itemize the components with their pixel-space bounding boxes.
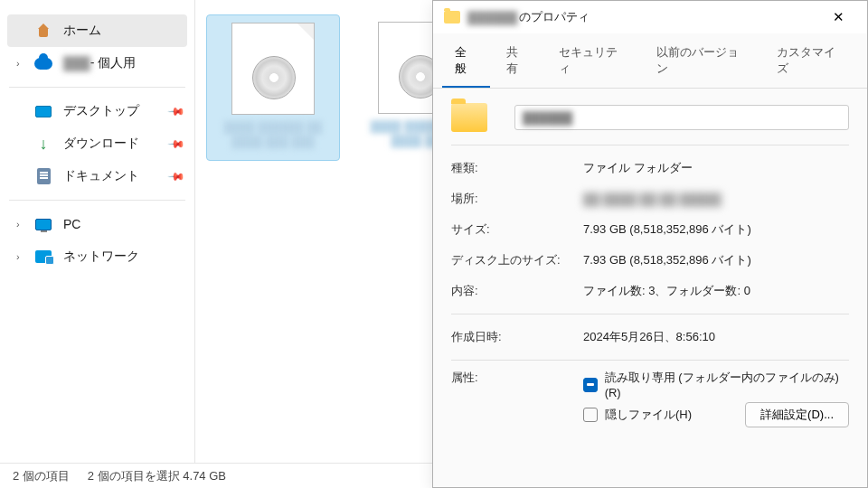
dialog-body: ██████ 種類:ファイル フォルダー 場所:██ ████ ██ ██ ██… [433,89,867,441]
cloud-icon [34,54,52,72]
tab-security[interactable]: セキュリティ [546,37,640,88]
chevron-right-icon: › [16,251,25,262]
advanced-button[interactable]: 詳細設定(D)... [745,402,849,427]
close-button[interactable]: ✕ [820,9,856,25]
separator [9,87,185,88]
tab-customize[interactable]: カスタマイズ [764,37,858,88]
home-icon [34,22,52,40]
nav-label: ホーム [63,23,101,39]
status-count: 2 個の項目 [13,468,70,484]
separator [451,145,849,145]
nav-pc[interactable]: › PC [0,208,194,240]
nav-label: PC [63,217,80,231]
label-size: サイズ: [451,221,583,238]
value-size-on-disk: 7.93 GB (8,518,352,896 バイト) [583,252,849,268]
value-created: 2024年5月26日、8:56:10 [583,329,849,345]
value-contents: ファイル数: 3、フォルダー数: 0 [583,283,849,299]
dialog-title-name: ██████ [467,11,517,24]
chevron-right-icon: › [16,58,25,69]
desktop-icon [34,102,52,120]
folder-icon [444,11,460,23]
dialog-titlebar[interactable]: ██████ のプロパティ ✕ [433,1,867,33]
tab-versions[interactable]: 以前のバージョン [644,37,760,88]
label-created: 作成日時: [451,329,583,345]
value-type: ファイル フォルダー [583,160,849,176]
label-type: 種類: [451,160,583,176]
label-contents: 内容: [451,283,583,299]
attr-hidden-label: 隠しファイル(H) [605,407,692,423]
nav-label: ドキュメント [63,168,139,184]
attr-readonly-label: 読み取り専用 (フォルダー内のファイルのみ)(R) [605,370,849,399]
tab-general[interactable]: 全般 [442,37,490,88]
nav-onedrive[interactable]: › ███ - 個人用 [0,47,194,80]
value-location: ██ ████ ██ ██ █████ [583,192,849,206]
pc-icon [34,215,52,233]
file-item[interactable]: ████ ██████ ██ ████ ███ ███ [206,14,340,161]
nav-desktop[interactable]: デスクトップ 📌 [0,95,194,127]
folder-name-input[interactable]: ██████ [514,105,849,130]
status-selection: 2 個の項目を選択 4.74 GB [88,468,226,484]
nav-downloads[interactable]: ↓ ダウンロード 📌 [0,127,194,160]
download-icon: ↓ [34,135,52,153]
properties-dialog: ██████ のプロパティ ✕ 全般 共有 セキュリティ 以前のバージョン カス… [432,0,868,488]
nav-sidebar: ホーム › ███ - 個人用 デスクトップ 📌 ↓ ダウンロード 📌 [0,0,195,463]
pin-icon: 📌 [167,167,186,186]
checkbox-readonly[interactable] [583,378,598,392]
folder-big-icon [451,103,487,132]
nav-label: ダウンロード [63,136,139,152]
file-name: ████ ██████ ██ ████ ███ ███ [211,120,335,149]
separator [451,314,849,314]
nav-home[interactable]: ホーム [7,14,187,47]
separator [451,360,849,361]
dialog-tabs: 全般 共有 セキュリティ 以前のバージョン カスタマイズ [433,33,867,89]
tab-share[interactable]: 共有 [494,37,542,88]
dialog-title-suffix: のプロパティ [519,9,590,25]
nav-label: - 個人用 [90,55,137,71]
network-icon [34,248,52,266]
chevron-right-icon: › [16,219,25,230]
nav-label: ネットワーク [63,249,139,265]
nav-onedrive-name: ███ [63,56,90,70]
separator [9,200,185,201]
nav-network[interactable]: › ネットワーク [0,240,194,273]
label-location: 場所: [451,191,583,207]
value-size: 7.93 GB (8,518,352,896 バイト) [583,221,849,238]
label-size-on-disk: ディスク上のサイズ: [451,252,583,268]
nav-documents[interactable]: ドキュメント 📌 [0,160,194,192]
label-attributes: 属性: [451,370,583,386]
disc-file-icon [231,23,315,115]
pin-icon: 📌 [167,102,186,121]
nav-label: デスクトップ [63,103,139,119]
pin-icon: 📌 [167,135,186,154]
checkbox-hidden[interactable] [583,408,598,422]
document-icon [34,167,52,185]
